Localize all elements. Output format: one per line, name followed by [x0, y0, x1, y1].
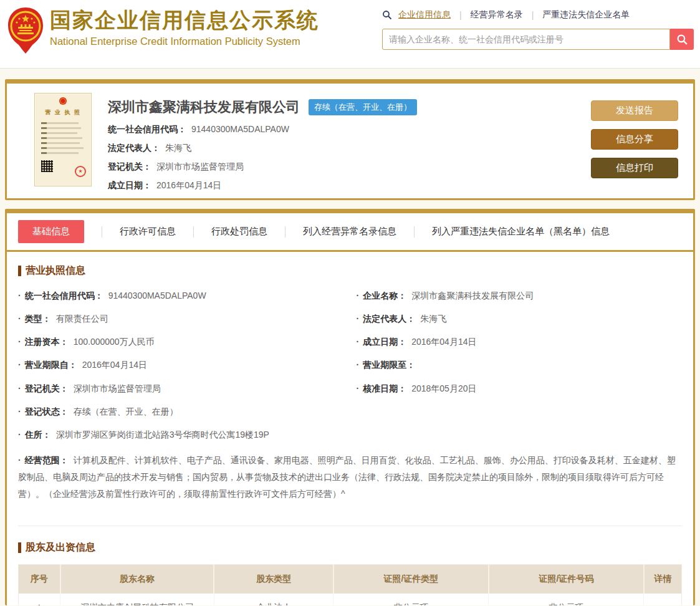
- field-credit-code: 统一社会信用代码：91440300MA5DALPA0W: [108, 124, 591, 135]
- search-row: [382, 29, 694, 50]
- status-badge: 存续（在营、开业、在册）: [309, 99, 417, 115]
- print-info-button[interactable]: 信息打印: [591, 158, 678, 178]
- nav-link-enterprise-credit[interactable]: 企业信用信息: [398, 9, 451, 21]
- table-row: 1 深圳市中康创展科技有限公司 企业法人 非公示项 非公示项: [19, 594, 682, 605]
- col-header-detail: 详情: [644, 564, 682, 594]
- field-address: 住所：深圳市罗湖区笋岗街道北站路3号华商时代公寓19楼19P: [18, 423, 682, 446]
- field-establishment-date: 成立日期：2016年04月14日: [108, 180, 591, 191]
- search-input[interactable]: [382, 29, 670, 50]
- search-button-icon: [676, 34, 688, 46]
- tabs-row: 基础信息 行政许可信息 行政处罚信息 列入经营异常名录信息 列入严重违法失信企业…: [7, 213, 693, 252]
- tab-abnormal-operations-list[interactable]: 列入经营异常名录信息: [303, 220, 396, 243]
- field-company-name: 企业名称：深圳市鑫聚满科技发展有限公司: [357, 284, 683, 307]
- field-legal-representative: 法定代表人：朱海飞: [357, 307, 683, 330]
- field-registered-capital: 注册资本：100.000000万人民币: [18, 330, 344, 354]
- main-detail-card: 基础信息 行政许可信息 行政处罚信息 列入经营异常名录信息 列入严重违法失信企业…: [5, 209, 695, 605]
- license-text-line: [41, 132, 77, 134]
- license-text-line: [41, 152, 79, 154]
- field-registration-authority: 登记机关：深圳市市场监督管理局: [18, 377, 344, 400]
- business-license-thumbnail[interactable]: 营 业 执 照: [34, 93, 92, 186]
- license-qr-code: [41, 160, 53, 172]
- col-header-cert-type: 证照/证件类型: [333, 564, 489, 594]
- tab-divider: [285, 226, 285, 238]
- license-title: 营 业 执 照: [35, 108, 91, 117]
- license-text-line: [41, 137, 82, 139]
- field-approval-date: 核准日期：2018年05月20日: [357, 377, 683, 400]
- search-icon: [382, 10, 392, 20]
- license-fields-grid: 统一社会信用代码：91440300MA5DALPA0W 企业名称：深圳市鑫聚满科…: [18, 284, 682, 508]
- site-title: 国家企业信用信息公示系统: [50, 9, 319, 32]
- field-company-type: 类型：有限责任公司: [18, 307, 344, 330]
- field-legal-representative: 法定代表人：朱海飞: [108, 143, 591, 154]
- col-header-shareholder-type: 股东类型: [214, 564, 333, 594]
- tab-administrative-penalty[interactable]: 行政处罚信息: [211, 220, 267, 243]
- nav-link-abnormal-operations[interactable]: 经营异常名录: [471, 9, 523, 21]
- shareholder-section: 股东及出资信息 序号 股东名称 股东类型 证照/证件类型 证照/证件号码 详情 …: [18, 541, 682, 605]
- nav-divider: |: [532, 10, 534, 20]
- tab-divider: [102, 226, 102, 238]
- section-separator: [18, 526, 682, 526]
- section-title-bar: [18, 266, 21, 276]
- col-header-index: 序号: [19, 564, 60, 594]
- tab-blacklist[interactable]: 列入严重违法失信企业名单（黑名单）信息: [432, 220, 610, 243]
- license-text-line: [41, 122, 79, 124]
- col-header-shareholder-name: 股东名称: [60, 564, 214, 594]
- cell-shareholder-type: 企业法人: [214, 594, 333, 605]
- license-section-title: 营业执照信息: [18, 264, 682, 277]
- tab-administrative-license[interactable]: 行政许可信息: [120, 220, 176, 243]
- col-header-cert-number: 证照/证件号码: [489, 564, 644, 594]
- tab-divider: [414, 226, 415, 238]
- field-credit-code: 统一社会信用代码：91440300MA5DALPA0W: [18, 284, 344, 307]
- shareholder-section-title: 股东及出资信息: [18, 541, 682, 554]
- cell-index: 1: [19, 594, 60, 605]
- field-establishment-date: 成立日期：2016年04月14日: [357, 330, 683, 354]
- title-block: 国家企业信用信息公示系统 National Enterprise Credit …: [50, 5, 319, 47]
- nav-link-serious-violations[interactable]: 严重违法失信企业名单: [542, 9, 630, 21]
- field-term-from: 营业期限自：2016年04月14日: [18, 354, 344, 377]
- search-button[interactable]: [670, 29, 694, 50]
- logo-wrap: 国家企业信用信息公示系统 National Enterprise Credit …: [6, 5, 319, 55]
- license-text-line: [41, 127, 81, 129]
- top-nav: 企业信用信息 | 经营异常名录 | 严重违法失信企业名单: [382, 7, 694, 22]
- nav-divider: |: [459, 10, 462, 20]
- send-report-button[interactable]: 发送报告: [591, 100, 678, 121]
- license-text-line: [41, 142, 80, 144]
- tab-divider: [193, 226, 194, 238]
- section-title-bar: [18, 542, 21, 553]
- cell-cert-number: 非公示项: [489, 594, 644, 605]
- tab-basic-info[interactable]: 基础信息: [18, 220, 84, 243]
- table-header-row: 序号 股东名称 股东类型 证照/证件类型 证照/证件号码 详情: [19, 564, 682, 594]
- national-emblem-logo: [6, 6, 45, 55]
- cell-shareholder-name: 深圳市中康创展科技有限公司: [60, 594, 214, 605]
- card-buttons: 发送报告 信息分享 信息打印: [591, 93, 679, 192]
- site-header: 国家企业信用信息公示系统 National Enterprise Credit …: [0, 0, 700, 69]
- site-subtitle: National Enterprise Credit Information P…: [50, 36, 319, 47]
- cell-cert-type: 非公示项: [333, 594, 489, 605]
- main-content: 营业执照信息 统一社会信用代码：91440300MA5DALPA0W 企业名称：…: [7, 252, 693, 605]
- company-info: 深圳市鑫聚满科技发展有限公司 存续（在营、开业、在册） 统一社会信用代码：914…: [92, 93, 591, 192]
- cell-detail: [644, 594, 682, 605]
- field-business-scope: 经营范围：计算机及配件、计算机软件、电子产品、通讯设备、家用电器、照明产品、日用…: [18, 446, 682, 508]
- license-red-seal: [75, 166, 86, 177]
- field-registration-authority: 登记机关：深圳市市场监督管理局: [108, 161, 591, 173]
- field-term-to: 营业期限至：: [357, 354, 683, 377]
- license-text-line: [41, 147, 84, 149]
- company-summary-card: 营 业 执 照 深圳市鑫聚满科技发展有限公司 存续（在营、开业、在册） 统一社会…: [5, 79, 695, 200]
- header-right: 企业信用信息 | 经营异常名录 | 严重违法失信企业名单: [382, 5, 694, 50]
- share-info-button[interactable]: 信息分享: [591, 129, 678, 150]
- field-registration-status: 登记状态：存续（在营、开业、在册）: [18, 400, 344, 423]
- license-emblem-icon: [59, 97, 67, 106]
- company-name: 深圳市鑫聚满科技发展有限公司: [108, 98, 300, 117]
- shareholder-table: 序号 股东名称 股东类型 证照/证件类型 证照/证件号码 详情 1 深圳市中康创…: [18, 564, 682, 605]
